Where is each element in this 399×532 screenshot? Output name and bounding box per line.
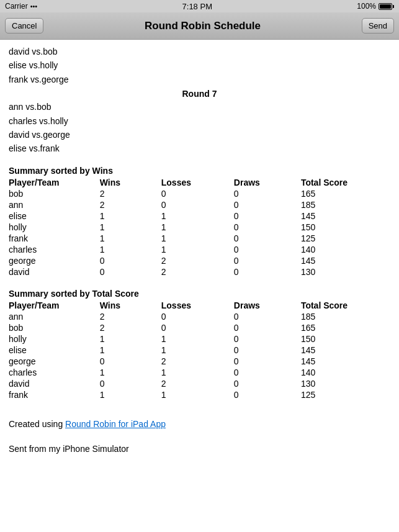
table-cell: 0 (234, 356, 301, 367)
col-header-player: Player/Team (9, 177, 100, 188)
footer-created: Created using Round Robin for iPad App (9, 419, 390, 429)
col-header-losses: Losses (161, 177, 234, 188)
footer-sent: Sent from my iPhone Simulator (9, 444, 390, 454)
table-cell: 0 (234, 266, 301, 277)
table-cell: 2 (161, 356, 234, 367)
table-row: holly110150 (9, 333, 390, 345)
status-bar: Carrier ••• 7:18 PM 100% (0, 0, 399, 12)
match-line: frank vs.george (9, 73, 390, 86)
table-cell: ann (9, 311, 100, 322)
table-cell: 1 (100, 233, 161, 244)
table-cell: 1 (100, 367, 161, 378)
table-cell: 1 (161, 222, 234, 233)
table-cell: 2 (161, 266, 234, 277)
table-row: david020130 (9, 378, 390, 389)
table-cell: 130 (301, 266, 390, 277)
table-row: frank110125 (9, 389, 390, 400)
table-cell: bob (9, 322, 100, 333)
ipad-app-link[interactable]: Round Robin for iPad App (65, 419, 166, 429)
status-right: 100% (357, 2, 394, 11)
table-cell: 1 (100, 345, 161, 356)
battery-icon (379, 3, 394, 10)
nav-title: Round Robin Schedule (145, 20, 261, 32)
match-line: charles vs.holly (9, 114, 390, 128)
table-cell: george (9, 255, 100, 266)
table-cell: 0 (161, 322, 234, 333)
table-cell: 1 (161, 389, 234, 400)
col-header-player: Player/Team (9, 300, 100, 311)
table-cell: 0 (100, 356, 161, 367)
table-cell: 2 (100, 188, 161, 199)
table-row: bob200165 (9, 188, 390, 199)
table-cell: 1 (161, 210, 234, 222)
battery-label: 100% (357, 2, 376, 11)
table-cell: 0 (234, 378, 301, 389)
table-cell: elise (9, 210, 100, 222)
table-cell: 1 (100, 333, 161, 345)
table-cell: 0 (234, 389, 301, 400)
table-cell: 1 (100, 222, 161, 233)
match-line: david vs.george (9, 128, 390, 142)
table-cell: 145 (301, 255, 390, 266)
table-cell: 185 (301, 199, 390, 210)
table-cell: elise (9, 345, 100, 356)
table-cell: 150 (301, 222, 390, 233)
table-cell: 0 (234, 210, 301, 222)
table-cell: 145 (301, 345, 390, 356)
table-cell: 130 (301, 378, 390, 389)
created-prefix: Created using (9, 419, 65, 429)
table-cell: 0 (234, 367, 301, 378)
table-cell: 0 (234, 188, 301, 199)
table-cell: charles (9, 367, 100, 378)
table-cell: 185 (301, 311, 390, 322)
col-header-draws: Draws (234, 177, 301, 188)
table-cell: frank (9, 233, 100, 244)
col-header-wins: Wins (100, 300, 161, 311)
table-cell: 0 (234, 222, 301, 233)
table-cell: 2 (100, 311, 161, 322)
table-row: george020145 (9, 255, 390, 266)
table-cell: 125 (301, 389, 390, 400)
summary-wins-table: Player/Team Wins Losses Draws Total Scor… (9, 177, 390, 277)
table-row: charles110140 (9, 244, 390, 255)
col-header-score: Total Score (301, 177, 390, 188)
table-cell: 0 (161, 199, 234, 210)
summary-score-title: Summary sorted by Total Score (9, 289, 390, 299)
content-area: david vs.bob elise vs.holly frank vs.geo… (0, 40, 399, 459)
wifi-icon: ••• (30, 2, 38, 10)
round-7-header: Round 7 (9, 89, 390, 99)
table-header-row: Player/Team Wins Losses Draws Total Scor… (9, 300, 390, 311)
table-cell: 0 (234, 322, 301, 333)
cancel-button[interactable]: Cancel (5, 18, 43, 34)
col-header-wins: Wins (100, 177, 161, 188)
table-cell: holly (9, 222, 100, 233)
table-row: david020130 (9, 266, 390, 277)
table-row: holly110150 (9, 222, 390, 233)
table-cell: 0 (234, 244, 301, 255)
table-cell: 1 (100, 389, 161, 400)
table-cell: 0 (161, 311, 234, 322)
table-cell: 1 (100, 210, 161, 222)
table-row: george020145 (9, 356, 390, 367)
table-cell: george (9, 356, 100, 367)
send-button[interactable]: Send (362, 18, 394, 34)
table-row: charles110140 (9, 367, 390, 378)
table-cell: 0 (234, 255, 301, 266)
table-cell: david (9, 266, 100, 277)
table-row: elise110145 (9, 210, 390, 222)
table-cell: 1 (161, 367, 234, 378)
table-cell: 0 (100, 255, 161, 266)
table-cell: 1 (161, 333, 234, 345)
table-row: ann200185 (9, 199, 390, 210)
summary-wins-title: Summary sorted by Wins (9, 166, 390, 176)
table-cell: 140 (301, 367, 390, 378)
top-matches: david vs.bob elise vs.holly frank vs.geo… (9, 45, 390, 86)
table-cell: 0 (161, 188, 234, 199)
table-cell: 2 (161, 378, 234, 389)
table-cell: 0 (100, 378, 161, 389)
table-row: ann200185 (9, 311, 390, 322)
table-cell: 0 (100, 266, 161, 277)
table-cell: 1 (100, 244, 161, 255)
table-cell: 1 (161, 345, 234, 356)
col-header-draws: Draws (234, 300, 301, 311)
